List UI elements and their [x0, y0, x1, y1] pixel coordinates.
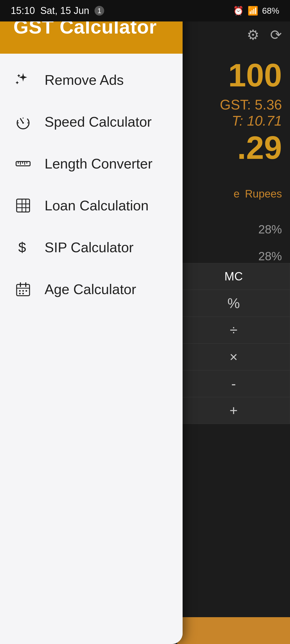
age-calculator-label: Age Calculator: [45, 281, 136, 297]
svg-point-21: [19, 290, 21, 292]
status-bar: 15:10 Sat, 15 Jun 1 ⏰ 📶 68%: [0, 0, 290, 21]
drawer-item-loan-calculation[interactable]: Loan Calculation: [0, 185, 183, 226]
speedometer-icon: [13, 112, 33, 131]
speed-calculator-label: Speed Calculator: [45, 114, 152, 130]
drawer-overlay: GST Calculator Remove Ads: [0, 0, 290, 644]
length-converter-label: Length Converter: [45, 156, 153, 172]
svg-point-23: [26, 290, 27, 292]
drawer-panel: GST Calculator Remove Ads: [0, 0, 183, 644]
svg-point-24: [19, 293, 21, 294]
svg-point-1: [22, 122, 24, 124]
dollar-icon: $: [13, 238, 33, 257]
battery-icon: 68%: [262, 6, 279, 16]
drawer-item-speed-calculator[interactable]: Speed Calculator: [0, 101, 183, 143]
drawer-item-remove-ads[interactable]: Remove Ads: [0, 59, 183, 101]
ruler-icon: [13, 154, 33, 173]
sparkles-icon: [13, 70, 33, 90]
loan-icon: [13, 196, 33, 215]
alarm-icon: ⏰: [233, 6, 244, 16]
drawer-dim-area[interactable]: [183, 0, 290, 644]
status-time: 15:10: [11, 5, 35, 16]
svg-rect-11: [17, 199, 30, 212]
drawer-item-age-calculator[interactable]: Age Calculator: [0, 268, 183, 310]
drawer-item-sip-calculator[interactable]: $ SIP Calculator: [0, 226, 183, 268]
drawer-item-length-converter[interactable]: Length Converter: [0, 143, 183, 185]
drawer-menu: Remove Ads Speed Calculato: [0, 54, 183, 644]
svg-point-25: [22, 293, 24, 294]
status-date: Sat, 15 Jun: [40, 5, 89, 16]
svg-point-22: [22, 290, 24, 292]
status-icons: ⏰ 📶 68%: [233, 6, 279, 16]
remove-ads-label: Remove Ads: [45, 72, 124, 88]
loan-calculation-label: Loan Calculation: [45, 197, 148, 214]
svg-text:$: $: [18, 240, 26, 255]
wifi-icon: 📶: [248, 6, 258, 16]
calendar-icon: [13, 280, 33, 299]
status-notification: 1: [95, 6, 104, 16]
sip-calculator-label: SIP Calculator: [45, 239, 133, 255]
